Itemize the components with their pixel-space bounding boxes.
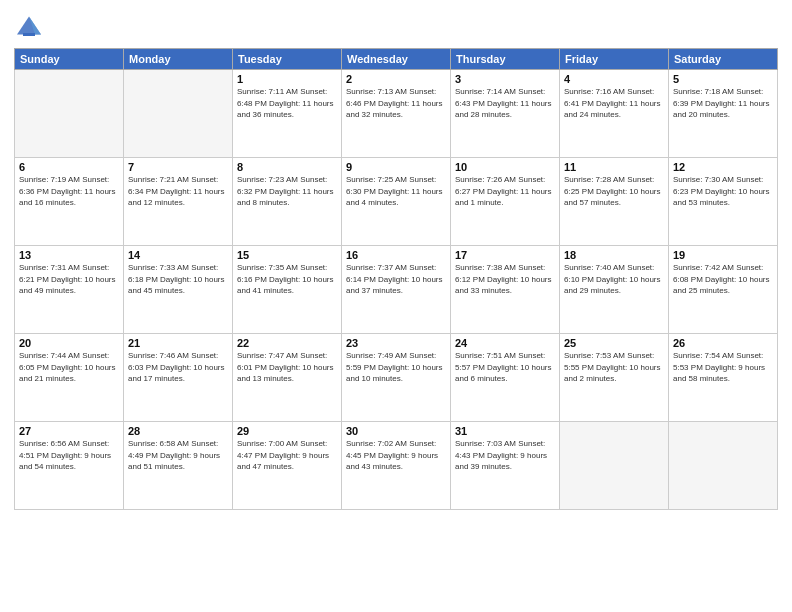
day-number: 13	[19, 249, 119, 261]
calendar-cell: 22Sunrise: 7:47 AM Sunset: 6:01 PM Dayli…	[233, 334, 342, 422]
calendar-body: 1Sunrise: 7:11 AM Sunset: 6:48 PM Daylig…	[15, 70, 778, 510]
day-detail: Sunrise: 7:37 AM Sunset: 6:14 PM Dayligh…	[346, 262, 446, 297]
day-number: 7	[128, 161, 228, 173]
day-detail: Sunrise: 6:56 AM Sunset: 4:51 PM Dayligh…	[19, 438, 119, 473]
calendar-cell: 11Sunrise: 7:28 AM Sunset: 6:25 PM Dayli…	[560, 158, 669, 246]
day-number: 15	[237, 249, 337, 261]
day-number: 16	[346, 249, 446, 261]
calendar-cell: 9Sunrise: 7:25 AM Sunset: 6:30 PM Daylig…	[342, 158, 451, 246]
weekday-header: Monday	[124, 49, 233, 70]
day-detail: Sunrise: 7:42 AM Sunset: 6:08 PM Dayligh…	[673, 262, 773, 297]
day-number: 31	[455, 425, 555, 437]
day-detail: Sunrise: 7:11 AM Sunset: 6:48 PM Dayligh…	[237, 86, 337, 121]
weekday-header: Tuesday	[233, 49, 342, 70]
calendar-cell: 17Sunrise: 7:38 AM Sunset: 6:12 PM Dayli…	[451, 246, 560, 334]
weekday-header: Sunday	[15, 49, 124, 70]
day-detail: Sunrise: 7:38 AM Sunset: 6:12 PM Dayligh…	[455, 262, 555, 297]
calendar-cell	[669, 422, 778, 510]
day-number: 22	[237, 337, 337, 349]
weekday-header: Thursday	[451, 49, 560, 70]
calendar-cell	[560, 422, 669, 510]
day-number: 24	[455, 337, 555, 349]
day-number: 4	[564, 73, 664, 85]
day-number: 28	[128, 425, 228, 437]
calendar-cell: 12Sunrise: 7:30 AM Sunset: 6:23 PM Dayli…	[669, 158, 778, 246]
calendar-cell: 15Sunrise: 7:35 AM Sunset: 6:16 PM Dayli…	[233, 246, 342, 334]
day-detail: Sunrise: 7:54 AM Sunset: 5:53 PM Dayligh…	[673, 350, 773, 385]
calendar-week: 6Sunrise: 7:19 AM Sunset: 6:36 PM Daylig…	[15, 158, 778, 246]
day-detail: Sunrise: 7:46 AM Sunset: 6:03 PM Dayligh…	[128, 350, 228, 385]
day-detail: Sunrise: 7:16 AM Sunset: 6:41 PM Dayligh…	[564, 86, 664, 121]
svg-rect-2	[23, 33, 35, 36]
day-number: 27	[19, 425, 119, 437]
day-detail: Sunrise: 7:30 AM Sunset: 6:23 PM Dayligh…	[673, 174, 773, 209]
calendar-cell: 29Sunrise: 7:00 AM Sunset: 4:47 PM Dayli…	[233, 422, 342, 510]
header	[14, 12, 778, 42]
day-number: 23	[346, 337, 446, 349]
calendar-cell: 13Sunrise: 7:31 AM Sunset: 6:21 PM Dayli…	[15, 246, 124, 334]
day-detail: Sunrise: 7:44 AM Sunset: 6:05 PM Dayligh…	[19, 350, 119, 385]
day-detail: Sunrise: 7:26 AM Sunset: 6:27 PM Dayligh…	[455, 174, 555, 209]
day-detail: Sunrise: 7:25 AM Sunset: 6:30 PM Dayligh…	[346, 174, 446, 209]
day-detail: Sunrise: 7:02 AM Sunset: 4:45 PM Dayligh…	[346, 438, 446, 473]
calendar-cell: 1Sunrise: 7:11 AM Sunset: 6:48 PM Daylig…	[233, 70, 342, 158]
day-detail: Sunrise: 7:14 AM Sunset: 6:43 PM Dayligh…	[455, 86, 555, 121]
calendar: SundayMondayTuesdayWednesdayThursdayFrid…	[14, 48, 778, 510]
calendar-week: 1Sunrise: 7:11 AM Sunset: 6:48 PM Daylig…	[15, 70, 778, 158]
calendar-cell	[15, 70, 124, 158]
calendar-cell: 21Sunrise: 7:46 AM Sunset: 6:03 PM Dayli…	[124, 334, 233, 422]
day-detail: Sunrise: 7:40 AM Sunset: 6:10 PM Dayligh…	[564, 262, 664, 297]
calendar-cell: 24Sunrise: 7:51 AM Sunset: 5:57 PM Dayli…	[451, 334, 560, 422]
calendar-cell: 19Sunrise: 7:42 AM Sunset: 6:08 PM Dayli…	[669, 246, 778, 334]
calendar-cell: 14Sunrise: 7:33 AM Sunset: 6:18 PM Dayli…	[124, 246, 233, 334]
calendar-week: 20Sunrise: 7:44 AM Sunset: 6:05 PM Dayli…	[15, 334, 778, 422]
day-number: 26	[673, 337, 773, 349]
day-detail: Sunrise: 7:49 AM Sunset: 5:59 PM Dayligh…	[346, 350, 446, 385]
calendar-header: SundayMondayTuesdayWednesdayThursdayFrid…	[15, 49, 778, 70]
calendar-cell: 5Sunrise: 7:18 AM Sunset: 6:39 PM Daylig…	[669, 70, 778, 158]
calendar-cell	[124, 70, 233, 158]
calendar-cell: 10Sunrise: 7:26 AM Sunset: 6:27 PM Dayli…	[451, 158, 560, 246]
calendar-cell: 20Sunrise: 7:44 AM Sunset: 6:05 PM Dayli…	[15, 334, 124, 422]
day-detail: Sunrise: 7:19 AM Sunset: 6:36 PM Dayligh…	[19, 174, 119, 209]
day-detail: Sunrise: 7:33 AM Sunset: 6:18 PM Dayligh…	[128, 262, 228, 297]
calendar-cell: 26Sunrise: 7:54 AM Sunset: 5:53 PM Dayli…	[669, 334, 778, 422]
day-number: 12	[673, 161, 773, 173]
day-detail: Sunrise: 7:21 AM Sunset: 6:34 PM Dayligh…	[128, 174, 228, 209]
day-number: 1	[237, 73, 337, 85]
day-number: 30	[346, 425, 446, 437]
day-number: 8	[237, 161, 337, 173]
day-detail: Sunrise: 7:47 AM Sunset: 6:01 PM Dayligh…	[237, 350, 337, 385]
day-number: 5	[673, 73, 773, 85]
calendar-cell: 6Sunrise: 7:19 AM Sunset: 6:36 PM Daylig…	[15, 158, 124, 246]
day-number: 10	[455, 161, 555, 173]
weekday-row: SundayMondayTuesdayWednesdayThursdayFrid…	[15, 49, 778, 70]
calendar-cell: 30Sunrise: 7:02 AM Sunset: 4:45 PM Dayli…	[342, 422, 451, 510]
calendar-cell: 2Sunrise: 7:13 AM Sunset: 6:46 PM Daylig…	[342, 70, 451, 158]
day-number: 29	[237, 425, 337, 437]
day-detail: Sunrise: 7:53 AM Sunset: 5:55 PM Dayligh…	[564, 350, 664, 385]
day-number: 2	[346, 73, 446, 85]
day-detail: Sunrise: 7:00 AM Sunset: 4:47 PM Dayligh…	[237, 438, 337, 473]
page: SundayMondayTuesdayWednesdayThursdayFrid…	[0, 0, 792, 612]
day-number: 11	[564, 161, 664, 173]
day-number: 18	[564, 249, 664, 261]
calendar-cell: 4Sunrise: 7:16 AM Sunset: 6:41 PM Daylig…	[560, 70, 669, 158]
day-detail: Sunrise: 7:18 AM Sunset: 6:39 PM Dayligh…	[673, 86, 773, 121]
calendar-week: 13Sunrise: 7:31 AM Sunset: 6:21 PM Dayli…	[15, 246, 778, 334]
day-detail: Sunrise: 7:23 AM Sunset: 6:32 PM Dayligh…	[237, 174, 337, 209]
calendar-cell: 25Sunrise: 7:53 AM Sunset: 5:55 PM Dayli…	[560, 334, 669, 422]
weekday-header: Friday	[560, 49, 669, 70]
day-detail: Sunrise: 7:03 AM Sunset: 4:43 PM Dayligh…	[455, 438, 555, 473]
day-number: 20	[19, 337, 119, 349]
calendar-cell: 16Sunrise: 7:37 AM Sunset: 6:14 PM Dayli…	[342, 246, 451, 334]
weekday-header: Saturday	[669, 49, 778, 70]
weekday-header: Wednesday	[342, 49, 451, 70]
day-detail: Sunrise: 6:58 AM Sunset: 4:49 PM Dayligh…	[128, 438, 228, 473]
day-detail: Sunrise: 7:31 AM Sunset: 6:21 PM Dayligh…	[19, 262, 119, 297]
calendar-cell: 23Sunrise: 7:49 AM Sunset: 5:59 PM Dayli…	[342, 334, 451, 422]
calendar-cell: 18Sunrise: 7:40 AM Sunset: 6:10 PM Dayli…	[560, 246, 669, 334]
day-number: 21	[128, 337, 228, 349]
calendar-cell: 27Sunrise: 6:56 AM Sunset: 4:51 PM Dayli…	[15, 422, 124, 510]
logo-icon	[14, 12, 44, 42]
